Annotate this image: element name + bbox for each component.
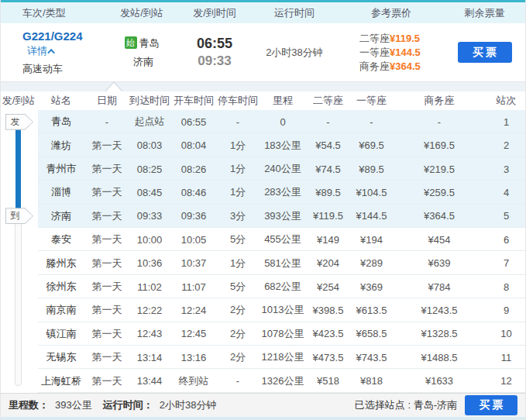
- second-class-cell: ¥89.5: [306, 187, 350, 198]
- dep-arr-tag: 到: [5, 208, 33, 224]
- summary-footer: 里程数： 393公里 运行时间： 2小时38分钟 已选择站点 : 青岛-济南 买…: [1, 393, 525, 417]
- first-class-cell: ¥658.5: [350, 328, 393, 339]
- selected-stations-text: 已选择站点 : 青岛-济南: [355, 398, 457, 412]
- th-station: 站名: [36, 94, 86, 108]
- station-row[interactable]: 无锡东 第一天 13:14 13:16 2分 1218公里 ¥473.5 ¥74…: [1, 346, 525, 369]
- th-stop: 停车时间: [216, 94, 260, 108]
- second-class-cell: ¥518: [306, 375, 350, 387]
- col-duration: 运行时间: [249, 6, 340, 20]
- th-arrive: 到达时间: [128, 94, 171, 108]
- date-cell: 第一天: [86, 185, 128, 199]
- arrive-cell: 13:44: [128, 375, 171, 387]
- second-class-cell: ¥423.5: [306, 328, 350, 339]
- stop-cell: 5分: [216, 280, 260, 294]
- first-class-cell: ¥144.5: [350, 210, 393, 222]
- col-stations: 发站/到站: [103, 6, 180, 20]
- stop-cell: 2分: [216, 350, 260, 364]
- station-row[interactable]: 青州市 第一天 08:25 08:26 1分 240公里 ¥74.5 ¥89.5…: [1, 157, 525, 181]
- footer-buy-ticket-button[interactable]: 买票: [465, 395, 517, 415]
- station-row[interactable]: 发 青岛 - 起点站 06:55 - 0 - - - 1: [1, 110, 525, 133]
- seq-cell: 10: [486, 328, 526, 339]
- first-class-cell: ¥818: [350, 375, 393, 387]
- col-tickets-left: 剩余票量: [442, 6, 526, 20]
- depart-cell: 08:26: [171, 164, 216, 175]
- stop-cell: 1分: [216, 139, 260, 153]
- station-name: 潍坊: [36, 139, 86, 153]
- station-row[interactable]: 到 济南 第一天 09:33 09:36 3分 393公里 ¥119.5 ¥14…: [1, 205, 525, 228]
- stop-cell: 2分: [216, 327, 260, 341]
- first-class-cell: ¥194: [350, 234, 393, 246]
- panel-notch-icon: [106, 83, 122, 91]
- train-number[interactable]: G221/G224: [22, 29, 83, 43]
- details-toggle[interactable]: 详情: [27, 45, 55, 57]
- business-class-cell: -: [393, 116, 486, 128]
- distance-label: 里程数：: [9, 398, 49, 412]
- station-row[interactable]: 徐州东 第一天 11:02 11:07 5分 682公里 ¥254 ¥369 ¥…: [1, 275, 525, 298]
- station-name: 淄博: [36, 185, 86, 199]
- first-class-cell: ¥104.5: [350, 187, 393, 198]
- depart-time: 06:55: [180, 36, 249, 52]
- station-row[interactable]: 淄博 第一天 08:45 08:46 1分 283公里 ¥89.5 ¥104.5…: [1, 181, 525, 204]
- distance-cell: 0: [260, 116, 306, 128]
- stop-cell: 3分: [216, 209, 260, 223]
- seq-cell: 9: [486, 305, 526, 316]
- th-distance: 里程: [260, 94, 306, 108]
- first-class-cell: -: [350, 116, 393, 128]
- seq-cell: 8: [486, 281, 526, 293]
- col-times: 发/到时间: [180, 6, 249, 20]
- station-name: 无锡东: [36, 350, 86, 364]
- dep-arr-tag-cell: 发: [1, 114, 36, 130]
- from-station-line: 始青岛: [103, 36, 180, 50]
- first-class-cell: ¥369: [350, 281, 393, 293]
- date-cell: 第一天: [86, 327, 128, 341]
- depart-cell: 12:24: [171, 305, 216, 316]
- run-duration: 2小时38分钟: [249, 46, 340, 60]
- first-class-cell: ¥69.5: [350, 139, 393, 151]
- station-row[interactable]: 泰安 第一天 10:00 10:05 5分 455公里 ¥149 ¥194 ¥4…: [1, 228, 525, 251]
- station-name: 济南: [36, 209, 86, 223]
- station-row[interactable]: 南京南 第一天 12:22 12:24 2分 1013公里 ¥398.5 ¥61…: [1, 298, 525, 322]
- business-class-cell: ¥784: [393, 281, 486, 293]
- station-row[interactable]: 潍坊 第一天 08:03 08:04 1分 183公里 ¥54.5 ¥69.5 …: [1, 133, 525, 157]
- distance-cell: 1078公里: [260, 327, 306, 341]
- date-cell: 第一天: [86, 232, 128, 246]
- buy-ticket-button[interactable]: 买票: [458, 42, 512, 63]
- station-row[interactable]: 上海虹桥 第一天 13:44 终到站 - 1326公里 ¥518 ¥818 ¥1…: [1, 369, 525, 392]
- bottom-edge-strip: [1, 417, 525, 420]
- second-class-cell: ¥204: [306, 257, 350, 269]
- train-type: 高速动车: [22, 62, 103, 76]
- station-row[interactable]: 镇江南 第一天 12:43 12:45 2分 1078公里 ¥423.5 ¥65…: [1, 322, 525, 346]
- th-date: 日期: [86, 94, 128, 108]
- first-class-cell: ¥613.5: [350, 305, 393, 316]
- station-row[interactable]: 滕州东 第一天 10:36 10:37 1分 581公里 ¥204 ¥289 ¥…: [1, 251, 525, 274]
- col-train-type: 车次/类型: [1, 6, 103, 20]
- seq-cell: 7: [486, 257, 526, 269]
- arrive-cell: 08:45: [128, 187, 171, 198]
- train-details-panel: 车次/类型 发站/到站 发/到时间 运行时间 参考票价 剩余票量 G221/G2…: [0, 0, 526, 420]
- seq-cell: 11: [486, 352, 526, 363]
- depart-cell: 08:04: [171, 139, 216, 151]
- timetable-header: 发/到站 站名 日期 到达时间 开车时间 停车时间 里程 二等座 一等座 商务座…: [1, 91, 525, 110]
- station-name: 上海虹桥: [36, 374, 86, 388]
- th-business: 商务座: [393, 94, 486, 108]
- arrive-cell: 10:36: [128, 257, 171, 269]
- station-name: 青州市: [36, 162, 86, 176]
- seq-cell: 5: [486, 210, 526, 222]
- date-cell: 第一天: [86, 280, 128, 294]
- train-summary-row: G221/G224详情 高速动车 始青岛 济南 06:55 09:33 2小时3…: [1, 23, 525, 81]
- duration-label: 运行时间：: [103, 398, 153, 412]
- arrive-cell: 08:03: [128, 139, 171, 151]
- station-name: 镇江南: [36, 327, 86, 341]
- arrive-cell: 13:14: [128, 352, 171, 363]
- business-class-cell: ¥219.5: [393, 164, 486, 175]
- seq-cell: 3: [486, 164, 526, 175]
- distance-value: 393公里: [55, 398, 92, 412]
- distance-cell: 455公里: [260, 232, 306, 246]
- station-name: 青岛: [36, 115, 86, 129]
- date-cell: 第一天: [86, 374, 128, 388]
- dep-arr-tag-cell: 到: [1, 208, 36, 224]
- seq-cell: 4: [486, 187, 526, 198]
- station-name: 滕州东: [36, 256, 86, 270]
- distance-cell: 240公里: [260, 162, 306, 176]
- arrive-cell: 起点站: [128, 115, 171, 129]
